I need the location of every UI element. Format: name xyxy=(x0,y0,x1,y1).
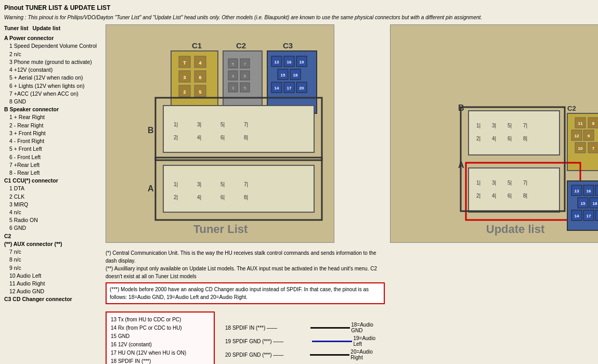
list-item: 7 +Rear Left xyxy=(9,161,100,169)
svg-text:18: 18 xyxy=(293,73,298,77)
svg-text:9: 9 xyxy=(587,134,590,138)
svg-text:5|: 5| xyxy=(508,180,512,186)
svg-rect-57 xyxy=(163,165,314,212)
cdc-pin-13: 13 Tx (from HU to CDC or PC) xyxy=(111,316,210,324)
svg-text:2|: 2| xyxy=(174,135,178,140)
svg-text:17: 17 xyxy=(586,214,591,218)
svg-text:1|: 1| xyxy=(476,123,480,128)
speaker-connector-label: B Speaker connector xyxy=(4,106,100,113)
list-item: 2 n/c xyxy=(9,50,100,58)
svg-text:15: 15 xyxy=(281,73,285,77)
list-item: 1 + Rear Right xyxy=(9,113,100,121)
svg-text:B: B xyxy=(148,126,154,135)
cdc-pinout-box: 13 Tx (from HU to CDC or PC) 14 Rx (from… xyxy=(106,311,215,364)
audio-line-20: 20 SPDIF GND (***) —— 20=Audio Right xyxy=(225,349,385,360)
tuner-diagram-svg: C1 C2 C3 T 4 3 6 2 5 xyxy=(106,25,334,243)
svg-text:8|: 8| xyxy=(523,193,527,199)
svg-text:5: 5 xyxy=(232,62,235,67)
svg-text:7|: 7| xyxy=(244,181,248,187)
update-diagram-svg: C2 11 8 12 9 10 7 5 2 xyxy=(391,25,598,243)
cdc-pin-18: 18 SPDIF IN (***) xyxy=(111,357,210,364)
audio-line-20-left: 20 SPDIF GND (***) —— xyxy=(225,352,309,358)
svg-text:A: A xyxy=(148,184,154,193)
list-item: 11 Audio Right xyxy=(9,280,100,288)
svg-text:7|: 7| xyxy=(244,122,248,127)
cdc-pin-14: 14 Rx (from PC or CDC to HU) xyxy=(111,324,210,332)
note-2: (**) Auxilliary input only available on … xyxy=(106,265,385,280)
svg-text:3|: 3| xyxy=(197,181,201,187)
list-item: 6 + Lights (12V when lights on) xyxy=(9,82,100,90)
cdc-connector-label: C3 CD Changer connector xyxy=(4,295,100,303)
list-item: 10 Audio Left xyxy=(9,272,100,280)
svg-text:4: 4 xyxy=(232,74,235,79)
list-item: 8 GND xyxy=(9,98,100,106)
svg-text:8: 8 xyxy=(592,121,594,126)
c2-top-label: C2 xyxy=(236,41,246,50)
svg-text:10: 10 xyxy=(578,146,582,151)
cdc-pin-17: 17 HU ON (12V when HU is ON) xyxy=(111,349,210,357)
audio-line-19: 19 SPDIF GND (***) —— 19=Audio Left xyxy=(225,335,385,347)
bottom-section: 13 Tx (from HU to CDC or PC) 14 Rx (from… xyxy=(106,311,385,364)
notes-area: (*) Central Communication Unit. This is … xyxy=(106,249,385,304)
list-item: 12 Audio GND xyxy=(9,288,100,295)
list-item: 2 - Rear Right xyxy=(9,122,100,129)
svg-text:20: 20 xyxy=(300,86,304,90)
svg-text:19: 19 xyxy=(300,60,304,64)
c2-label: C2 xyxy=(4,232,100,240)
svg-text:11: 11 xyxy=(578,121,582,126)
svg-text:Tuner List: Tuner List xyxy=(193,223,248,236)
svg-text:C2: C2 xyxy=(567,105,576,112)
svg-text:4|: 4| xyxy=(197,135,201,140)
svg-text:13: 13 xyxy=(275,60,279,64)
svg-text:4|: 4| xyxy=(197,194,201,200)
svg-text:16: 16 xyxy=(287,60,292,64)
svg-text:7: 7 xyxy=(592,146,594,151)
cdc-pin-16: 16 12V (constant) xyxy=(111,341,210,349)
svg-text:17: 17 xyxy=(287,86,292,90)
svg-text:2|: 2| xyxy=(476,193,480,199)
svg-text:13: 13 xyxy=(574,189,579,193)
ccu-connector-label: C1 CCU(*) connector xyxy=(4,177,100,185)
svg-text:14: 14 xyxy=(574,214,579,218)
audio-lines: 18 SPDIF IN (***) —— 18=Audio GND 19 SPD… xyxy=(225,311,385,364)
list-item: 3 MIRQ xyxy=(9,201,100,209)
list-item: 9 n/c xyxy=(9,264,100,272)
note-1: (*) Central Communication Unit. This is … xyxy=(106,249,385,265)
list-item: 5 + Aerial (12V when radio on) xyxy=(9,74,100,82)
svg-text:6|: 6| xyxy=(508,193,512,199)
audio-line-18-right: 18=Audio GND xyxy=(351,322,384,333)
svg-rect-96 xyxy=(469,111,560,155)
svg-text:6|: 6| xyxy=(220,135,225,140)
audio-line-18: 18 SPDIF IN (***) —— 18=Audio GND xyxy=(225,322,385,333)
audio-line-19-right: 19=Audio Left xyxy=(353,335,384,347)
list-item: 8 - Rear Left xyxy=(9,169,100,177)
audio-line-18-bar xyxy=(310,327,350,329)
svg-rect-46 xyxy=(163,106,314,152)
svg-text:7|: 7| xyxy=(523,180,527,186)
list-item: 2 CLK xyxy=(9,193,100,201)
svg-text:7|: 7| xyxy=(523,123,527,128)
list-item: 7 +ACC (12V when ACC on) xyxy=(9,90,100,98)
audio-line-20-bar xyxy=(310,354,349,356)
svg-text:18: 18 xyxy=(592,201,597,206)
list-item: 5 + Front Left xyxy=(9,145,100,153)
svg-text:5|: 5| xyxy=(220,122,225,127)
svg-text:2: 2 xyxy=(183,89,186,95)
list-item: 8 n/c xyxy=(9,256,100,264)
svg-text:5|: 5| xyxy=(220,181,225,187)
svg-text:1|: 1| xyxy=(476,180,480,186)
svg-text:6|: 6| xyxy=(220,194,225,200)
svg-text:16: 16 xyxy=(586,189,591,193)
center-panel: C1 C2 C3 T 4 3 6 2 5 xyxy=(106,24,385,364)
audio-line-20-right: 20=Audio Right xyxy=(350,349,384,360)
svg-text:14: 14 xyxy=(275,86,279,90)
left-panel: Tuner list Update list A Power connector… xyxy=(4,24,100,364)
page-title: Pinout TUNER LIST & UPDATE LIST xyxy=(4,4,594,11)
svg-text:3|: 3| xyxy=(492,180,496,186)
svg-text:8|: 8| xyxy=(244,194,248,200)
audio-line-19-left: 19 SPDIF GND (***) —— xyxy=(225,339,311,344)
cdc-pin-15: 15 GND xyxy=(111,332,210,341)
svg-text:5: 5 xyxy=(244,86,246,90)
tuner-list-header: Tuner list xyxy=(4,24,28,32)
svg-text:6: 6 xyxy=(244,74,246,79)
